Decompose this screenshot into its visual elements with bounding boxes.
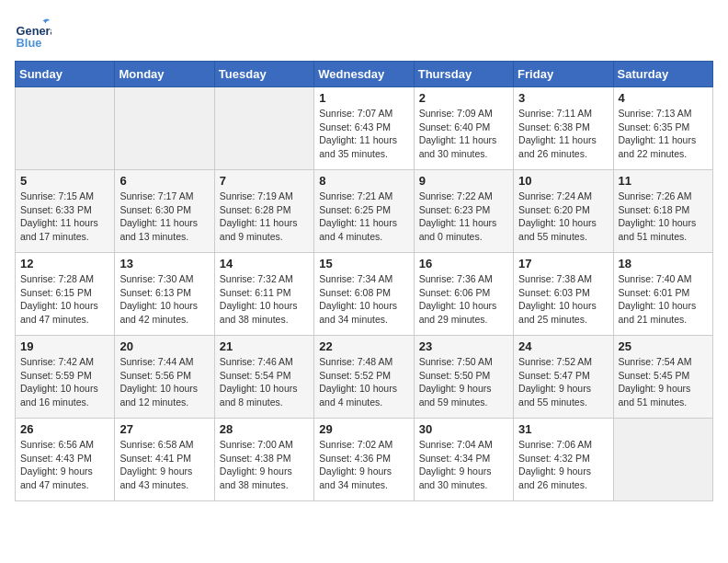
day-number: 8 — [319, 174, 408, 188]
day-info: Sunrise: 7:30 AM Sunset: 6:13 PM Dayligh… — [119, 272, 209, 327]
day-number: 9 — [419, 174, 508, 188]
day-number: 15 — [319, 257, 408, 270]
day-number: 29 — [319, 422, 408, 436]
day-number: 23 — [419, 339, 508, 353]
calendar-cell: 22Sunrise: 7:48 AM Sunset: 5:52 PM Dayli… — [314, 336, 414, 419]
calendar-table: SundayMondayTuesdayWednesdayThursdayFrid… — [15, 61, 713, 501]
calendar-cell: 21Sunrise: 7:46 AM Sunset: 5:54 PM Dayli… — [214, 336, 313, 419]
day-number: 16 — [419, 257, 508, 270]
weekday-header-saturday: Saturday — [613, 62, 712, 87]
day-info: Sunrise: 7:52 AM Sunset: 5:47 PM Dayligh… — [518, 355, 608, 409]
day-info: Sunrise: 7:09 AM Sunset: 6:40 PM Dayligh… — [419, 107, 508, 161]
day-number: 10 — [518, 174, 608, 188]
calendar-cell — [214, 87, 313, 170]
calendar-cell: 7Sunrise: 7:19 AM Sunset: 6:28 PM Daylig… — [214, 170, 313, 253]
day-number: 31 — [518, 422, 608, 436]
day-info: Sunrise: 7:36 AM Sunset: 6:06 PM Dayligh… — [419, 272, 508, 327]
calendar-cell: 25Sunrise: 7:54 AM Sunset: 5:45 PM Dayli… — [613, 336, 712, 419]
calendar-body: 1Sunrise: 7:07 AM Sunset: 6:43 PM Daylig… — [16, 87, 713, 501]
day-info: Sunrise: 7:11 AM Sunset: 6:38 PM Dayligh… — [518, 107, 608, 161]
day-number: 6 — [119, 174, 209, 188]
weekday-header-wednesday: Wednesday — [314, 62, 414, 87]
calendar-cell: 15Sunrise: 7:34 AM Sunset: 6:08 PM Dayli… — [314, 253, 414, 336]
day-number: 19 — [20, 339, 109, 353]
day-info: Sunrise: 7:19 AM Sunset: 6:28 PM Dayligh… — [220, 190, 309, 244]
day-number: 2 — [419, 91, 508, 105]
day-number: 14 — [220, 257, 309, 270]
calendar-week-row: 5Sunrise: 7:15 AM Sunset: 6:33 PM Daylig… — [16, 170, 713, 253]
day-number: 30 — [419, 422, 508, 436]
calendar-cell: 16Sunrise: 7:36 AM Sunset: 6:06 PM Dayli… — [414, 253, 513, 336]
calendar-cell: 10Sunrise: 7:24 AM Sunset: 6:20 PM Dayli… — [514, 170, 613, 253]
day-info: Sunrise: 7:48 AM Sunset: 5:52 PM Dayligh… — [319, 355, 408, 409]
day-number: 25 — [619, 339, 708, 353]
day-number: 27 — [119, 422, 209, 436]
day-info: Sunrise: 6:58 AM Sunset: 4:41 PM Dayligh… — [119, 438, 209, 492]
day-info: Sunrise: 7:22 AM Sunset: 6:23 PM Dayligh… — [419, 190, 508, 244]
day-number: 26 — [20, 422, 109, 436]
calendar-cell: 26Sunrise: 6:56 AM Sunset: 4:43 PM Dayli… — [16, 419, 115, 501]
day-info: Sunrise: 7:24 AM Sunset: 6:20 PM Dayligh… — [518, 190, 608, 244]
calendar-cell: 23Sunrise: 7:50 AM Sunset: 5:50 PM Dayli… — [414, 336, 513, 419]
calendar-week-row: 12Sunrise: 7:28 AM Sunset: 6:15 PM Dayli… — [16, 253, 713, 336]
calendar-cell: 30Sunrise: 7:04 AM Sunset: 4:34 PM Dayli… — [414, 419, 513, 501]
day-number: 4 — [619, 91, 708, 105]
day-info: Sunrise: 7:54 AM Sunset: 5:45 PM Dayligh… — [619, 355, 708, 409]
day-info: Sunrise: 7:02 AM Sunset: 4:36 PM Dayligh… — [319, 438, 408, 492]
calendar-cell: 8Sunrise: 7:21 AM Sunset: 6:25 PM Daylig… — [314, 170, 414, 253]
calendar-cell — [16, 87, 115, 170]
calendar-cell: 6Sunrise: 7:17 AM Sunset: 6:30 PM Daylig… — [115, 170, 214, 253]
day-number: 21 — [220, 339, 309, 353]
svg-text:Blue: Blue — [17, 36, 42, 50]
weekday-header-thursday: Thursday — [414, 62, 513, 87]
day-info: Sunrise: 7:06 AM Sunset: 4:32 PM Dayligh… — [518, 438, 608, 492]
calendar-cell: 13Sunrise: 7:30 AM Sunset: 6:13 PM Dayli… — [115, 253, 214, 336]
calendar-cell: 28Sunrise: 7:00 AM Sunset: 4:38 PM Dayli… — [214, 419, 313, 501]
day-info: Sunrise: 7:28 AM Sunset: 6:15 PM Dayligh… — [20, 272, 109, 327]
day-info: Sunrise: 7:00 AM Sunset: 4:38 PM Dayligh… — [220, 438, 309, 492]
calendar-cell: 14Sunrise: 7:32 AM Sunset: 6:11 PM Dayli… — [214, 253, 313, 336]
day-info: Sunrise: 7:07 AM Sunset: 6:43 PM Dayligh… — [319, 107, 408, 161]
calendar-cell: 9Sunrise: 7:22 AM Sunset: 6:23 PM Daylig… — [414, 170, 513, 253]
calendar-week-row: 26Sunrise: 6:56 AM Sunset: 4:43 PM Dayli… — [16, 419, 713, 501]
calendar-week-row: 1Sunrise: 7:07 AM Sunset: 6:43 PM Daylig… — [16, 87, 713, 170]
calendar-cell: 12Sunrise: 7:28 AM Sunset: 6:15 PM Dayli… — [16, 253, 115, 336]
calendar-cell: 29Sunrise: 7:02 AM Sunset: 4:36 PM Dayli… — [314, 419, 414, 501]
day-info: Sunrise: 7:32 AM Sunset: 6:11 PM Dayligh… — [220, 272, 309, 327]
day-number: 24 — [518, 339, 608, 353]
day-info: Sunrise: 7:21 AM Sunset: 6:25 PM Dayligh… — [319, 190, 408, 244]
day-number: 13 — [119, 257, 209, 270]
calendar-cell: 17Sunrise: 7:38 AM Sunset: 6:03 PM Dayli… — [514, 253, 613, 336]
day-number: 22 — [319, 339, 408, 353]
day-info: Sunrise: 7:13 AM Sunset: 6:35 PM Dayligh… — [619, 107, 708, 161]
day-info: Sunrise: 7:50 AM Sunset: 5:50 PM Dayligh… — [419, 355, 508, 409]
day-info: Sunrise: 7:26 AM Sunset: 6:18 PM Dayligh… — [619, 190, 708, 244]
day-info: Sunrise: 7:44 AM Sunset: 5:56 PM Dayligh… — [119, 355, 209, 409]
day-info: Sunrise: 7:38 AM Sunset: 6:03 PM Dayligh… — [518, 272, 608, 327]
day-info: Sunrise: 6:56 AM Sunset: 4:43 PM Dayligh… — [20, 438, 109, 492]
day-number: 17 — [518, 257, 608, 270]
day-info: Sunrise: 7:40 AM Sunset: 6:01 PM Dayligh… — [619, 272, 708, 327]
calendar-cell: 11Sunrise: 7:26 AM Sunset: 6:18 PM Dayli… — [613, 170, 712, 253]
calendar-cell — [115, 87, 214, 170]
day-number: 28 — [220, 422, 309, 436]
calendar-cell: 4Sunrise: 7:13 AM Sunset: 6:35 PM Daylig… — [613, 87, 712, 170]
calendar-cell: 24Sunrise: 7:52 AM Sunset: 5:47 PM Dayli… — [514, 336, 613, 419]
day-info: Sunrise: 7:17 AM Sunset: 6:30 PM Dayligh… — [119, 190, 209, 244]
logo: General Blue — [15, 15, 51, 52]
calendar-cell: 2Sunrise: 7:09 AM Sunset: 6:40 PM Daylig… — [414, 87, 513, 170]
calendar-cell: 31Sunrise: 7:06 AM Sunset: 4:32 PM Dayli… — [514, 419, 613, 501]
day-number: 5 — [20, 174, 109, 188]
calendar-cell: 1Sunrise: 7:07 AM Sunset: 6:43 PM Daylig… — [314, 87, 414, 170]
weekday-header-friday: Friday — [514, 62, 613, 87]
calendar-header: SundayMondayTuesdayWednesdayThursdayFrid… — [16, 62, 713, 87]
calendar-cell — [613, 419, 712, 501]
calendar-cell: 3Sunrise: 7:11 AM Sunset: 6:38 PM Daylig… — [514, 87, 613, 170]
day-number: 3 — [518, 91, 608, 105]
weekday-header-tuesday: Tuesday — [214, 62, 313, 87]
day-number: 11 — [619, 174, 708, 188]
day-info: Sunrise: 7:46 AM Sunset: 5:54 PM Dayligh… — [220, 355, 309, 409]
calendar-cell: 5Sunrise: 7:15 AM Sunset: 6:33 PM Daylig… — [16, 170, 115, 253]
weekday-header-sunday: Sunday — [16, 62, 115, 87]
calendar-cell: 19Sunrise: 7:42 AM Sunset: 5:59 PM Dayli… — [16, 336, 115, 419]
